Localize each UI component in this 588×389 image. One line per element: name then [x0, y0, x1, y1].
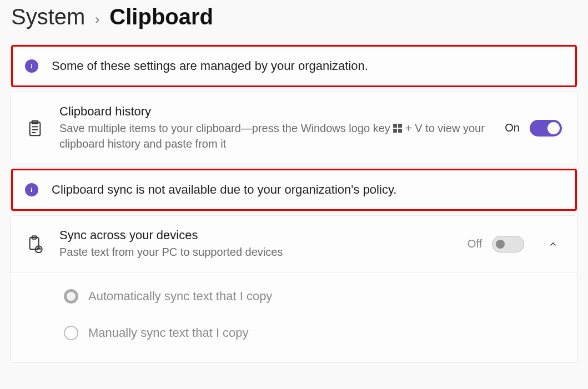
chevron-up-icon[interactable] — [544, 235, 562, 253]
org-managed-text: Some of these settings are managed by yo… — [52, 59, 368, 73]
sync-blocked-text: Clipboard sync is not available due to y… — [52, 183, 396, 197]
clipboard-history-body: Clipboard history Save multiple items to… — [59, 104, 489, 151]
breadcrumb-parent[interactable]: System — [11, 4, 85, 29]
sync-blocked-banner: Clipboard sync is not available due to y… — [10, 169, 578, 211]
clipboard-history-desc: Save multiple items to your clipboard—pr… — [59, 121, 489, 151]
svg-rect-7 — [393, 124, 397, 128]
clipboard-icon — [26, 119, 44, 137]
svg-point-0 — [31, 64, 32, 65]
svg-rect-1 — [31, 65, 32, 68]
svg-rect-9 — [393, 129, 397, 133]
sync-devices-title: Sync across your devices — [59, 228, 452, 243]
radio-unselected-icon — [64, 326, 78, 340]
sync-option-auto[interactable]: Automatically sync text that I copy — [64, 289, 562, 304]
breadcrumb-current: Clipboard — [109, 4, 213, 29]
sync-devices-body: Sync across your devices Paste text from… — [59, 228, 452, 260]
svg-point-11 — [31, 188, 32, 189]
svg-rect-12 — [31, 189, 32, 192]
sync-option-auto-label: Automatically sync text that I copy — [88, 289, 272, 304]
info-icon — [25, 183, 38, 196]
sync-devices-toggle-label: Off — [468, 238, 482, 250]
clipboard-history-toggle-label: On — [505, 122, 520, 134]
info-icon — [25, 59, 38, 73]
sync-option-manual-label: Manually sync text that I copy — [88, 326, 249, 340]
windows-logo-icon — [393, 122, 402, 137]
clipboard-history-setting: Clipboard history Save multiple items to… — [10, 92, 578, 164]
sync-devices-toggle[interactable] — [492, 236, 524, 252]
sync-devices-toggle-wrap: Off — [468, 236, 524, 252]
org-managed-banner: Some of these settings are managed by yo… — [10, 45, 578, 87]
sync-devices-setting: Sync across your devices Paste text from… — [10, 215, 578, 363]
sync-option-manual[interactable]: Manually sync text that I copy — [64, 326, 562, 340]
clipboard-history-title: Clipboard history — [59, 104, 489, 119]
clipboard-sync-icon — [26, 235, 44, 253]
breadcrumb: System › Clipboard — [10, 0, 578, 45]
clipboard-history-toggle-wrap: On — [505, 120, 562, 137]
sync-options-panel: Automatically sync text that I copy Manu… — [11, 272, 577, 362]
clipboard-history-toggle[interactable] — [530, 120, 562, 137]
chevron-right-icon: › — [95, 7, 99, 27]
sync-devices-desc: Paste text from your PC to supported dev… — [59, 245, 452, 260]
radio-selected-icon — [64, 289, 78, 304]
